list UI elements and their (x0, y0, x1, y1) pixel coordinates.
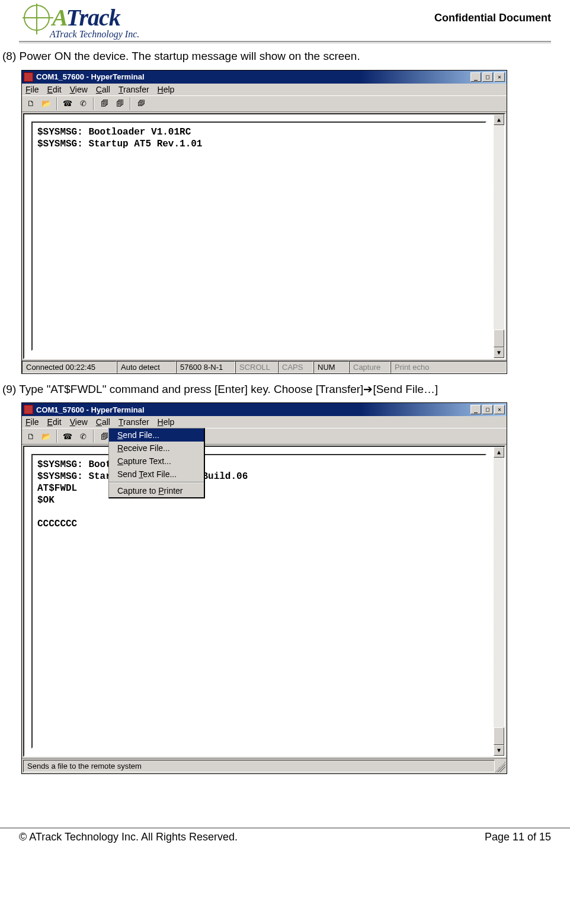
menu-help[interactable]: Help (158, 417, 175, 427)
right-arrow-icon: ➔ (363, 383, 373, 395)
menu-transfer[interactable]: Transfer (119, 417, 149, 427)
scroll-thumb[interactable] (494, 727, 504, 745)
hyperterminal-icon (24, 72, 33, 82)
scroll-thumb[interactable] (494, 330, 504, 347)
term-line: $SYSMSG: Startup AT5 Rev.1.01 (37, 139, 202, 149)
status-capture: Capture (349, 361, 390, 373)
separator (56, 97, 57, 110)
term-line: AT$FWDL (37, 483, 77, 494)
term-line: $SYSMSG: Bootl (37, 459, 117, 470)
maximize-button[interactable]: □ (482, 405, 493, 414)
separator (56, 430, 57, 443)
menu-help[interactable]: Help (158, 85, 175, 94)
menu-capture-to-printer[interactable]: Capture to Printer (109, 484, 204, 497)
logo-block: ATrack ATrack Technology Inc. (24, 4, 139, 40)
menu-file[interactable]: File (25, 417, 39, 427)
hyperterminal-window-2: COM1_57600 - HyperTerminal _ □ ✕ File Ed… (21, 402, 507, 774)
separator (130, 97, 131, 110)
confidential-label: Confidential Document (434, 12, 551, 24)
menu-file[interactable]: File (25, 85, 39, 94)
footer-left: © ATrack Technology Inc. All Rights Rese… (19, 831, 238, 843)
term-line: Build.06 (202, 471, 248, 482)
vertical-scrollbar[interactable]: ▲ ▼ (494, 447, 504, 756)
titlebar[interactable]: COM1_57600 - HyperTerminal _ □ ✕ (22, 71, 507, 84)
menubar: File Edit View Call Transfer Help (22, 84, 507, 95)
terminal-output[interactable]: $SYSMSG: Bootl $SYSMSG: Start Build.06 A… (31, 454, 486, 749)
instruction-8: (8) Power ON the device. The startup mes… (2, 49, 544, 64)
open-icon[interactable]: 📂 (40, 97, 53, 110)
new-icon[interactable]: 🗋 (24, 97, 37, 110)
vertical-scrollbar[interactable]: ▲ ▼ (494, 114, 504, 358)
scroll-up-icon[interactable]: ▲ (494, 114, 504, 125)
open-icon[interactable]: 📂 (40, 430, 53, 443)
minimize-button[interactable]: _ (470, 72, 481, 82)
page-footer: © ATrack Technology Inc. All Rights Rese… (0, 827, 570, 855)
scroll-up-icon[interactable]: ▲ (494, 447, 504, 458)
status-connected: Connected 00:22:45 (22, 361, 117, 373)
minimize-button[interactable]: _ (470, 405, 481, 414)
connect-icon[interactable]: ☎ (61, 97, 74, 110)
maximize-button[interactable]: □ (482, 72, 493, 82)
menu-view[interactable]: View (70, 417, 88, 427)
separator (93, 97, 94, 110)
instruction-9: (9) Type "AT$FWDL" command and press [En… (2, 382, 544, 397)
terminal-output[interactable]: $SYSMSG: Bootloader V1.01RC $SYSMSG: Sta… (31, 122, 486, 351)
hyperterminal-icon (24, 405, 33, 414)
terminal-client-area: $SYSMSG: Bootl $SYSMSG: Start Build.06 A… (23, 446, 505, 757)
menu-separator (109, 482, 204, 483)
connect-icon[interactable]: ☎ (61, 430, 74, 443)
window-title: COM1_57600 - HyperTerminal (36, 405, 470, 414)
logo-subtitle: ATrack Technology Inc. (50, 29, 139, 40)
hyperterminal-window-1: COM1_57600 - HyperTerminal _ □ ✕ File Ed… (21, 70, 507, 374)
statusbar: Sends a file to the remote system (22, 758, 507, 773)
send-icon[interactable]: 🗐 (98, 97, 111, 110)
term-line: CCCCCCC (37, 519, 77, 529)
separator (93, 430, 94, 443)
scroll-track[interactable] (494, 125, 504, 347)
properties-icon[interactable]: 🗊 (135, 97, 148, 110)
footer-right: Page 11 of 15 (485, 831, 551, 843)
status-autodetect: Auto detect (117, 361, 176, 373)
toolbar: 🗋 📂 ☎ ✆ 🗐 (22, 428, 507, 445)
menu-send-file[interactable]: Send File... (109, 429, 204, 442)
titlebar[interactable]: COM1_57600 - HyperTerminal _ □ ✕ (22, 403, 507, 416)
status-num: NUM (313, 361, 349, 373)
scroll-down-icon[interactable]: ▼ (494, 745, 504, 756)
menu-edit[interactable]: Edit (47, 417, 62, 427)
logo-crosshair-icon (24, 5, 50, 31)
status-message: Sends a file to the remote system (23, 760, 495, 772)
toolbar: 🗋 📂 ☎ ✆ 🗐 🗐 🗊 (22, 95, 507, 112)
scroll-track[interactable] (494, 458, 504, 745)
menubar: File Edit View Call Transfer Help (22, 416, 507, 428)
window-title: COM1_57600 - HyperTerminal (36, 72, 470, 81)
term-line: $OK (37, 495, 55, 506)
menu-edit[interactable]: Edit (47, 85, 62, 94)
status-baud: 57600 8-N-1 (176, 361, 235, 373)
status-echo: Print echo (390, 361, 507, 373)
scroll-down-icon[interactable]: ▼ (494, 347, 504, 358)
new-icon[interactable]: 🗋 (24, 430, 37, 443)
menu-receive-file[interactable]: Receive File... (109, 442, 204, 455)
menu-view[interactable]: View (70, 85, 88, 94)
menu-capture-text[interactable]: Capture Text... (109, 455, 204, 468)
disconnect-icon[interactable]: ✆ (76, 430, 89, 443)
disconnect-icon[interactable]: ✆ (76, 97, 89, 110)
term-line: $SYSMSG: Bootloader V1.01RC (37, 127, 191, 138)
close-button[interactable]: ✕ (494, 405, 505, 414)
menu-call[interactable]: Call (96, 85, 110, 94)
menu-call[interactable]: Call (96, 417, 110, 427)
term-line: $SYSMSG: Start (37, 471, 117, 482)
menu-send-text-file[interactable]: Send Text File... (109, 468, 204, 481)
transfer-dropdown-menu: Send File... Receive File... Capture Tex… (108, 428, 205, 498)
menu-transfer[interactable]: Transfer (119, 85, 149, 94)
terminal-client-area: $SYSMSG: Bootloader V1.01RC $SYSMSG: Sta… (23, 113, 505, 359)
logo-text: ATrack (52, 4, 120, 31)
status-caps: CAPS (278, 361, 313, 373)
close-button[interactable]: ✕ (494, 72, 505, 82)
resize-grip-icon[interactable] (495, 762, 505, 772)
statusbar: Connected 00:22:45 Auto detect 57600 8-N… (22, 360, 507, 373)
receive-icon[interactable]: 🗐 (113, 97, 126, 110)
page-header: ATrack ATrack Technology Inc. Confidenti… (0, 0, 570, 40)
status-scroll: SCROLL (235, 361, 278, 373)
